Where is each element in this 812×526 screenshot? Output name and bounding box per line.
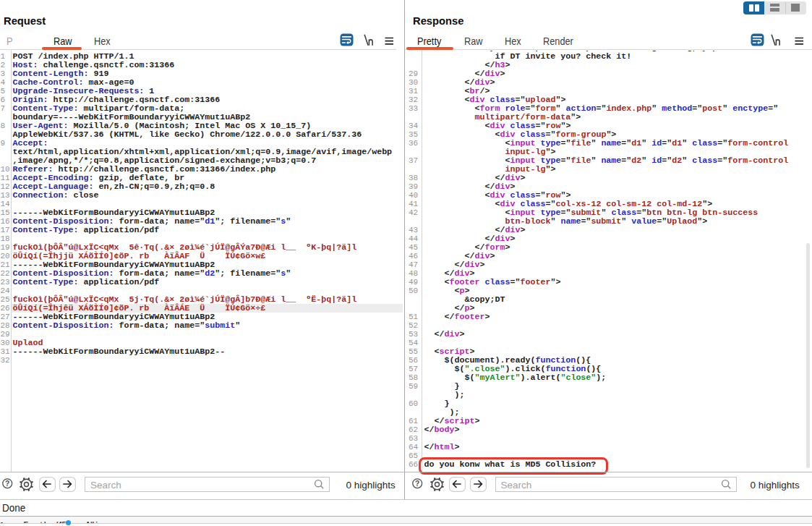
svg-text:?: ? [5, 480, 9, 488]
svg-text:?: ? [415, 480, 419, 488]
